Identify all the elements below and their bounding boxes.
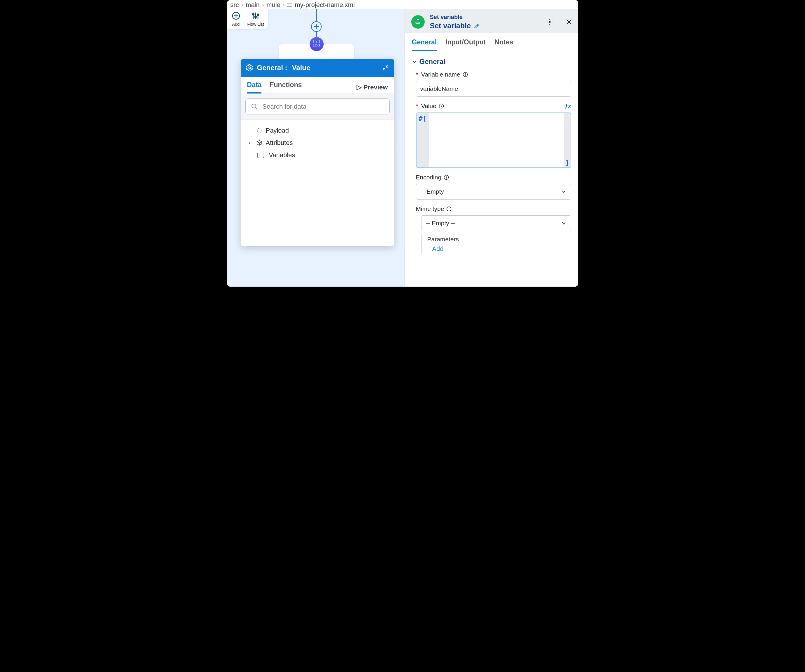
- encoding-label-text: Encoding: [416, 174, 442, 181]
- mime-select[interactable]: -- Empty --: [421, 215, 571, 231]
- svg-line-11: [255, 108, 257, 110]
- add-parameter-button[interactable]: + Add: [427, 245, 444, 253]
- tree-item-label: Payload: [266, 127, 289, 135]
- chevron-right-icon: ›: [248, 139, 253, 147]
- play-outline-icon: ▷: [356, 84, 361, 91]
- canvas[interactable]: Add Flow List: [227, 9, 404, 287]
- svg-point-12: [257, 128, 261, 133]
- tab-data[interactable]: Data: [247, 81, 262, 94]
- component-name: Set variable: [430, 21, 480, 30]
- panel-header: var Set variable Set variable: [405, 9, 578, 33]
- chevron-right-icon: ›: [283, 1, 285, 9]
- info-icon[interactable]: [446, 206, 452, 212]
- field-encoding: Encoding -- Empty --: [412, 174, 571, 200]
- insert-node-button[interactable]: [311, 21, 322, 32]
- search-row: [241, 94, 394, 120]
- variable-name-label-text: Variable name: [421, 71, 460, 78]
- breadcrumb-file[interactable]: my-project-name.xml: [295, 1, 355, 9]
- add-button[interactable]: Add: [231, 11, 241, 26]
- tree-item-variables[interactable]: [ ] Variables: [246, 149, 389, 161]
- gear-icon: [246, 64, 253, 72]
- panel-tabs: General Input/Output Notes: [405, 33, 578, 51]
- breadcrumb-item[interactable]: src: [230, 1, 239, 9]
- expression-open-bracket: #[: [417, 113, 429, 168]
- svg-point-13: [549, 21, 550, 23]
- parameters-block: Parameters + Add: [421, 234, 571, 254]
- collapse-icon[interactable]: [383, 65, 388, 71]
- svg-point-4: [252, 13, 254, 15]
- main-area: Add Flow List: [227, 9, 578, 287]
- info-icon[interactable]: [463, 72, 468, 77]
- tree-item-label: Variables: [269, 151, 295, 159]
- parameters-label: Parameters: [427, 236, 571, 243]
- value-label: * Value ƒx: [416, 103, 571, 110]
- section-general[interactable]: General: [412, 58, 571, 66]
- field-mime-type: Mime type -- Empty -- Parameters: [412, 205, 571, 254]
- search-input[interactable]: [245, 99, 389, 115]
- search-icon: [251, 103, 258, 110]
- edit-name-icon[interactable]: [474, 23, 480, 29]
- chevron-right-icon: ›: [241, 1, 243, 9]
- info-icon[interactable]: [439, 104, 444, 109]
- data-tree: Payload › Attributes [ ] Variables: [241, 120, 394, 166]
- flow-node[interactable]: LOG: [279, 44, 354, 60]
- popover-title-field: Value: [292, 64, 310, 72]
- chevron-down-icon: [561, 220, 566, 226]
- required-marker: *: [416, 71, 418, 78]
- svg-point-21: [441, 105, 442, 105]
- flow-list-button-label: Flow List: [247, 22, 264, 26]
- breadcrumb-item[interactable]: mule: [266, 1, 280, 9]
- field-variable-name: * Variable name: [412, 71, 571, 97]
- breadcrumb-item[interactable]: main: [246, 1, 260, 9]
- sliders-icon: [251, 11, 261, 21]
- search-field[interactable]: [262, 103, 384, 111]
- breadcrumb: src › main › mule › my-project-name.xml: [227, 0, 578, 9]
- variable-name-label: * Variable name: [416, 71, 571, 78]
- svg-point-9: [248, 67, 251, 69]
- close-icon[interactable]: [565, 18, 573, 26]
- svg-point-24: [446, 176, 447, 176]
- preview-button[interactable]: ▷ Preview: [356, 84, 388, 91]
- value-label-text: Value: [421, 103, 436, 110]
- popover-tabs: Data Functions ▷ Preview: [241, 77, 394, 94]
- component-name-text: Set variable: [430, 21, 471, 30]
- plus-circle-icon: [231, 11, 241, 21]
- chevron-down-icon: [412, 59, 417, 64]
- value-popover: General : Value Data Functions ▷ Preview: [241, 59, 394, 246]
- svg-point-8: [257, 14, 259, 16]
- cube-icon: [256, 140, 262, 146]
- encoding-select[interactable]: -- Empty --: [416, 184, 571, 200]
- tab-notes[interactable]: Notes: [495, 35, 513, 51]
- popover-header: General : Value: [241, 59, 394, 77]
- canvas-toolbar: Add Flow List: [227, 9, 268, 29]
- fx-toggle-icon[interactable]: ƒx: [565, 103, 571, 110]
- tab-functions[interactable]: Functions: [269, 81, 302, 94]
- logger-node-label: LOG: [313, 44, 320, 47]
- mime-label: Mime type: [416, 205, 571, 212]
- mime-label-text: Mime type: [416, 205, 444, 212]
- svg-point-27: [449, 207, 449, 208]
- variable-name-input[interactable]: [416, 81, 571, 97]
- component-badge-label: var: [416, 21, 420, 25]
- tree-item-label: Attributes: [266, 139, 293, 147]
- tab-general[interactable]: General: [412, 35, 437, 51]
- properties-panel: var Set variable Set variable: [404, 9, 578, 287]
- mime-value: -- Empty --: [426, 220, 455, 227]
- value-expression-input[interactable]: #[ ]: [416, 112, 571, 168]
- component-type-label: Set variable: [430, 14, 480, 20]
- flow-list-button[interactable]: Flow List: [247, 11, 264, 26]
- tree-item-attributes[interactable]: › Attributes: [246, 137, 389, 149]
- required-marker: *: [416, 103, 418, 110]
- info-icon[interactable]: [444, 175, 449, 180]
- brackets-icon: [ ]: [256, 152, 266, 158]
- file-icon: [287, 3, 292, 7]
- chevron-down-icon: [561, 189, 566, 194]
- circle-dashed-icon: [256, 128, 262, 133]
- tab-input-output[interactable]: Input/Output: [445, 35, 486, 51]
- tree-item-payload[interactable]: Payload: [246, 125, 389, 137]
- locate-icon[interactable]: [545, 18, 554, 26]
- field-value: * Value ƒx #[ ]: [412, 103, 571, 168]
- preview-label: Preview: [363, 84, 388, 91]
- popover-title-prefix: General :: [257, 64, 288, 72]
- logger-node-icon: LOG: [310, 37, 324, 51]
